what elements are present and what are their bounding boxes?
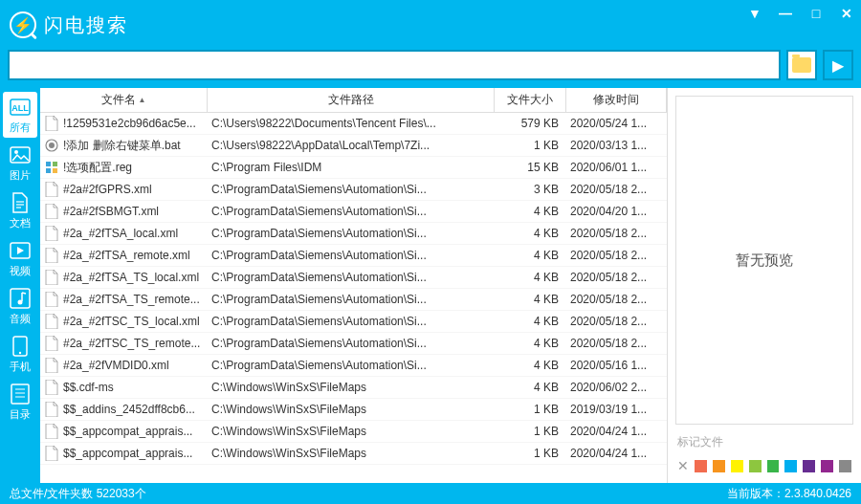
preview-empty: 暂无预览 [675, 96, 853, 425]
search-bar: ▶ [0, 50, 861, 88]
cell-name: #2a_#2fTSA_remote.xml [40, 248, 208, 263]
logo-icon: ⚡ [10, 11, 36, 38]
table-body[interactable]: !1259531e2cb96d6ac5e...C:\Users\98222\Do… [40, 113, 667, 483]
cell-path: C:\ProgramData\Siemens\Automation\Si... [208, 271, 495, 284]
cell-name: !1259531e2cb96d6ac5e... [40, 116, 208, 131]
table-row[interactable]: $$_addins_2452dff8cb6...C:\Windows\WinSx… [40, 399, 667, 421]
cell-size: 4 KB [495, 337, 566, 350]
svg-point-9 [18, 299, 23, 304]
file-list: 文件名▲ 文件路径 文件大小 修改时间 !1259531e2cb96d6ac5e… [40, 88, 668, 483]
svg-point-17 [49, 142, 55, 148]
table-row[interactable]: #2a_#2fTSA_local.xmlC:\ProgramData\Sieme… [40, 223, 667, 245]
tag-color[interactable] [713, 460, 725, 472]
col-name[interactable]: 文件名▲ [40, 88, 208, 112]
window-controls: ▼ — □ ✕ [746, 6, 855, 21]
cell-path: C:\Program Files\IDM [208, 161, 495, 174]
cell-size: 15 KB [495, 161, 566, 174]
table-row[interactable]: #2a_#2fTSA_TS_local.xmlC:\ProgramData\Si… [40, 267, 667, 289]
tag-color[interactable] [839, 460, 851, 472]
cell-date: 2020/03/13 1... [566, 139, 667, 152]
file-icon [44, 380, 59, 395]
cell-size: 1 KB [495, 403, 566, 416]
svg-rect-19 [53, 162, 57, 166]
minimize-button[interactable]: — [777, 6, 794, 21]
content: 文件名▲ 文件路径 文件大小 修改时间 !1259531e2cb96d6ac5e… [40, 88, 861, 483]
file-icon [44, 204, 59, 219]
cell-size: 4 KB [495, 271, 566, 284]
cell-size: 4 KB [495, 359, 566, 372]
svg-rect-18 [46, 162, 51, 166]
table-row[interactable]: #2a_#2fTSA_remote.xmlC:\ProgramData\Siem… [40, 245, 667, 267]
file-icon [44, 358, 59, 373]
tag-clear-icon[interactable]: ✕ [677, 458, 689, 473]
table-row[interactable]: !添加 删除右键菜单.batC:\Users\98222\AppData\Loc… [40, 135, 667, 157]
table-row[interactable]: $$_appcompat_apprais...C:\Windows\WinSxS… [40, 421, 667, 443]
cell-path: C:\ProgramData\Siemens\Automation\Si... [208, 227, 495, 240]
sidebar-item-video[interactable]: 视频 [3, 235, 37, 281]
file-icon [44, 248, 59, 263]
search-go-button[interactable]: ▶ [823, 50, 853, 80]
tag-color[interactable] [821, 460, 833, 472]
status-count: 总文件/文件夹数 522033个 [10, 486, 146, 502]
close-button[interactable]: ✕ [838, 6, 855, 21]
col-path[interactable]: 文件路径 [208, 88, 495, 112]
table-row[interactable]: #2a#2fSBMGT.xmlC:\ProgramData\Siemens\Au… [40, 201, 667, 223]
tag-color[interactable] [749, 460, 762, 472]
search-input[interactable] [8, 50, 781, 80]
tag-color[interactable] [767, 460, 780, 472]
table-row[interactable]: #2a_#2fTSC_TS_local.xmlC:\ProgramData\Si… [40, 311, 667, 333]
sort-asc-icon: ▲ [139, 96, 146, 104]
tag-color[interactable] [731, 460, 743, 472]
col-date[interactable]: 修改时间 [566, 88, 667, 112]
table-row[interactable]: #2a_#2fVMDID0.xmlC:\ProgramData\Siemens\… [40, 355, 667, 377]
sidebar-item-image[interactable]: 图片 [3, 140, 37, 186]
table-row[interactable]: $$_appcompat_apprais...C:\Windows\WinSxS… [40, 443, 667, 465]
menu-dropdown-icon[interactable]: ▼ [746, 6, 763, 21]
file-icon [44, 314, 59, 329]
file-icon [44, 160, 59, 175]
table-row[interactable]: #2a_#2fTSC_TS_remote...C:\ProgramData\Si… [40, 333, 667, 355]
mobile-icon [9, 335, 32, 358]
cell-name: !选项配置.reg [40, 160, 208, 176]
cell-date: 2020/05/18 2... [566, 271, 667, 284]
file-icon [44, 226, 59, 241]
tag-color[interactable] [803, 460, 815, 472]
svg-point-11 [19, 351, 21, 353]
cell-date: 2020/05/18 2... [566, 227, 667, 240]
sidebar-item-audio[interactable]: 音频 [3, 283, 37, 329]
table-row[interactable]: #2a_#2fTSA_TS_remote...C:\ProgramData\Si… [40, 289, 667, 311]
cell-path: C:\Windows\WinSxS\FileMaps [208, 403, 495, 416]
cell-path: C:\ProgramData\Siemens\Automation\Si... [208, 315, 495, 328]
titlebar: ⚡ 闪电搜索 ▼ — □ ✕ [0, 0, 861, 50]
sidebar-item-mobile[interactable]: 手机 [3, 331, 37, 377]
cell-name: !添加 删除右键菜单.bat [40, 138, 208, 154]
table-row[interactable]: #2a#2fGPRS.xmlC:\ProgramData\Siemens\Aut… [40, 179, 667, 201]
table-row[interactable]: !1259531e2cb96d6ac5e...C:\Users\98222\Do… [40, 113, 667, 135]
maximize-button[interactable]: □ [807, 6, 825, 21]
table-row[interactable]: $$.cdf-msC:\Windows\WinSxS\FileMaps4 KB2… [40, 377, 667, 399]
cell-date: 2020/05/18 2... [566, 315, 667, 328]
cell-name: $$_appcompat_apprais... [40, 446, 208, 461]
cell-name: #2a_#2fTSA_TS_local.xml [40, 270, 208, 285]
cell-size: 4 KB [495, 249, 566, 262]
cell-name: #2a_#2fTSC_TS_local.xml [40, 314, 208, 329]
cell-name: $$.cdf-ms [40, 380, 208, 395]
table-row[interactable]: !选项配置.regC:\Program Files\IDM15 KB2020/0… [40, 157, 667, 179]
main: ALL 所有 图片 文档 视频 音频 手机 目录 [0, 88, 861, 483]
cell-name: #2a#2fGPRS.xml [40, 182, 208, 197]
col-size[interactable]: 文件大小 [495, 88, 566, 112]
browse-folder-button[interactable] [786, 50, 817, 80]
cell-size: 4 KB [495, 205, 566, 218]
cell-date: 2020/05/18 2... [566, 249, 667, 262]
cell-date: 2020/06/02 2... [566, 381, 667, 394]
tag-color[interactable] [695, 460, 707, 472]
sidebar-item-document[interactable]: 文档 [3, 187, 37, 233]
sidebar-item-all[interactable]: ALL 所有 [3, 92, 37, 138]
audio-icon [9, 287, 32, 310]
svg-point-3 [14, 150, 18, 154]
cell-path: C:\ProgramData\Siemens\Automation\Si... [208, 205, 495, 218]
sidebar-item-directory[interactable]: 目录 [3, 379, 37, 425]
cell-name: #2a_#2fVMDID0.xml [40, 358, 208, 373]
sidebar: ALL 所有 图片 文档 视频 音频 手机 目录 [0, 88, 40, 483]
tag-color[interactable] [784, 460, 797, 472]
